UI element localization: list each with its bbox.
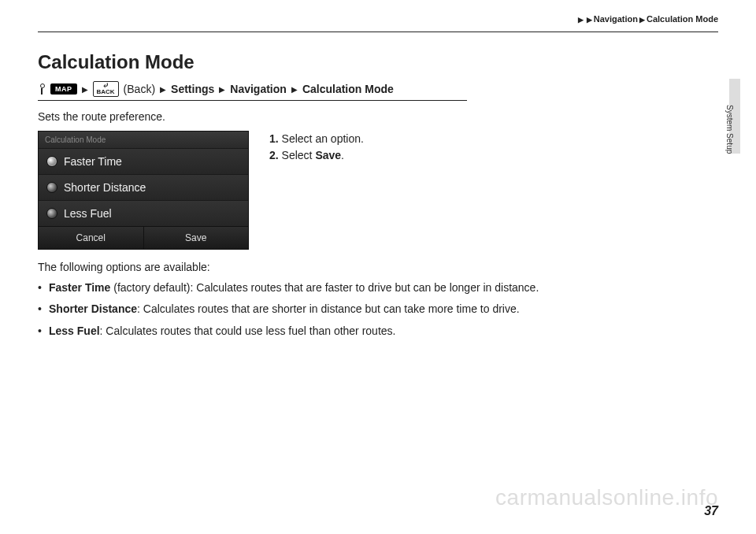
nav-path: MAP ▶ ⤶ BACK (Back) ▶ Settings ▶ Navigat… — [38, 81, 718, 97]
intro-text: Sets the route preference. — [38, 110, 718, 123]
triangle-right-icon: ▶ — [219, 85, 225, 94]
bullet-shorter-distance: Shorter Distance: Calculates routes that… — [38, 301, 621, 318]
back-label: (Back) — [124, 83, 155, 95]
map-badge-icon: MAP — [50, 83, 77, 95]
desc-intro: The following options are available: — [38, 259, 621, 276]
step-2: 2. Select Save. — [269, 147, 364, 164]
hand-icon — [38, 83, 46, 95]
breadcrumb-seg: Navigation — [594, 14, 638, 24]
bullet-text: (factory default): Calculates routes tha… — [110, 281, 539, 294]
step-text: Select — [282, 149, 316, 161]
back-text: BACK — [97, 89, 115, 95]
breadcrumb-seg: Calculation Mode — [647, 14, 718, 24]
ss-save-button: Save — [144, 227, 249, 249]
steps: 1. Select an option. 2. Select Save. — [269, 131, 364, 250]
bullet-bold: Faster Time — [49, 281, 110, 294]
bullet-text: : Calculates routes that could use less … — [100, 324, 396, 337]
step-text: . — [341, 149, 344, 161]
nav-seg-calcmode: Calculation Mode — [302, 83, 394, 95]
title-underline — [38, 100, 467, 101]
bullet-bold: Less Fuel — [49, 324, 100, 337]
bullet-bold: Shorter Distance — [49, 302, 137, 315]
ss-header: Calculation Mode — [39, 132, 248, 148]
ss-footer: Cancel Save — [39, 226, 248, 249]
triangle-right-icon: ▶ — [587, 16, 592, 24]
ss-option-less-fuel: Less Fuel — [39, 200, 248, 226]
triangle-right-icon: ▶ — [82, 85, 88, 94]
bullet-less-fuel: Less Fuel: Calculates routes that could … — [38, 323, 621, 340]
watermark: carmanualsonline.info — [495, 485, 718, 510]
nav-seg-settings: Settings — [171, 83, 214, 95]
step-number: 2. — [269, 149, 279, 161]
ss-cancel-button: Cancel — [39, 227, 144, 249]
side-tab-label: System Setup — [725, 105, 734, 154]
ss-option-shorter-distance: Shorter Distance — [39, 174, 248, 200]
nav-seg-navigation: Navigation — [230, 83, 287, 95]
step-bold: Save — [315, 149, 341, 161]
description: The following options are available: Fas… — [38, 259, 621, 340]
step-text: Select an option. — [282, 132, 364, 145]
triangle-right-icon: ▶ — [160, 85, 166, 94]
ui-screenshot: Calculation Mode Faster Time Shorter Dis… — [38, 131, 249, 250]
radio-icon — [46, 156, 57, 167]
ss-option-label: Faster Time — [64, 155, 122, 168]
ss-option-label: Less Fuel — [64, 207, 112, 220]
triangle-right-icon: ▶ — [291, 85, 298, 94]
step-1: 1. Select an option. — [269, 131, 364, 147]
back-badge-icon: ⤶ BACK — [93, 81, 119, 97]
page-number: 37 — [704, 504, 718, 518]
triangle-right-icon: ▶ — [578, 16, 584, 24]
step-number: 1. — [269, 132, 279, 145]
page-title: Calculation Mode — [38, 51, 718, 73]
bullet-faster-time: Faster Time (factory default): Calculate… — [38, 280, 621, 297]
radio-icon — [46, 208, 57, 219]
ss-option-label: Shorter Distance — [64, 181, 146, 194]
bullet-text: : Calculates routes that are shorter in … — [137, 302, 520, 315]
triangle-right-icon: ▶ — [639, 16, 645, 24]
breadcrumb: ▶▶Navigation▶Calculation Mode — [576, 14, 718, 24]
header-rule — [38, 32, 718, 32]
radio-icon — [46, 182, 57, 193]
ss-option-faster-time: Faster Time — [39, 148, 248, 174]
